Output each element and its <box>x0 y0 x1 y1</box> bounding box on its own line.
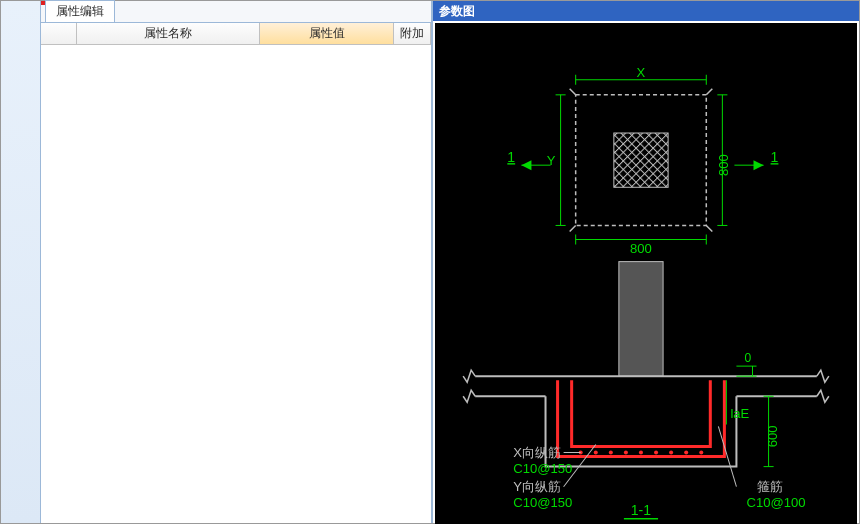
diagram-svg: X Y 800 <box>435 23 857 524</box>
svg-point-38 <box>639 451 643 455</box>
header-extra[interactable]: 附加 <box>394 23 431 45</box>
svg-point-42 <box>699 451 703 455</box>
diagram-panel: 参数图 <box>432 1 859 523</box>
label-lae: laE <box>730 406 749 421</box>
label-stirrup: 箍筋 <box>757 479 783 494</box>
label-y-rebar-val: C10@150 <box>513 495 572 510</box>
left-gutter <box>1 1 41 523</box>
svg-point-40 <box>669 451 673 455</box>
tab-strip: 属性编辑 <box>41 1 431 23</box>
dim-0: 0 <box>744 351 751 365</box>
section-id: 1-1 <box>631 502 651 518</box>
dim-800-right: 800 <box>716 154 731 176</box>
section-mark-right: 1 <box>734 149 778 170</box>
diagram-canvas: X Y 800 <box>435 23 857 524</box>
label-stirrup-val: C10@100 <box>746 495 805 510</box>
dim-x-label: X <box>637 65 646 80</box>
dim-600: 600 <box>765 426 780 448</box>
header-name[interactable]: 属性名称 <box>77 23 261 45</box>
dim-y-label: Y <box>547 153 556 168</box>
svg-marker-28 <box>754 160 764 170</box>
svg-point-37 <box>624 451 628 455</box>
svg-rect-10 <box>614 133 668 187</box>
label-x-rebar-val: C10@150 <box>513 461 572 476</box>
grid-header: 属性名称 属性值 附加 <box>41 23 431 45</box>
dim-800-bottom: 800 <box>630 241 652 256</box>
diagram-title: 参数图 <box>433 1 859 21</box>
svg-point-35 <box>594 451 598 455</box>
svg-line-1 <box>570 89 576 95</box>
section-view: 0 600 laE X向纵筋 C10@150 Y向纵筋 C10@150 <box>463 351 829 519</box>
section-mark-left: 1 <box>507 149 550 170</box>
svg-point-41 <box>684 451 688 455</box>
plan-view: X Y 800 <box>507 65 778 256</box>
svg-text:1: 1 <box>771 149 779 165</box>
tab-properties-edit[interactable]: 属性编辑 <box>45 0 115 22</box>
svg-line-4 <box>706 225 712 231</box>
svg-point-39 <box>654 451 658 455</box>
properties-grid: 属性名称 属性值 附加 <box>41 23 431 523</box>
svg-line-2 <box>706 89 712 95</box>
svg-rect-30 <box>619 262 663 377</box>
properties-panel: 属性编辑 属性名称 属性值 附加 <box>41 1 432 523</box>
label-y-rebar: Y向纵筋 <box>513 479 561 494</box>
svg-point-36 <box>609 451 613 455</box>
header-index <box>41 23 77 45</box>
app-root: 属性编辑 属性名称 属性值 附加 参数图 <box>0 0 860 524</box>
svg-line-3 <box>570 225 576 231</box>
header-value[interactable]: 属性值 <box>260 23 394 45</box>
svg-text:1: 1 <box>507 149 515 165</box>
label-x-rebar: X向纵筋 <box>513 445 561 460</box>
